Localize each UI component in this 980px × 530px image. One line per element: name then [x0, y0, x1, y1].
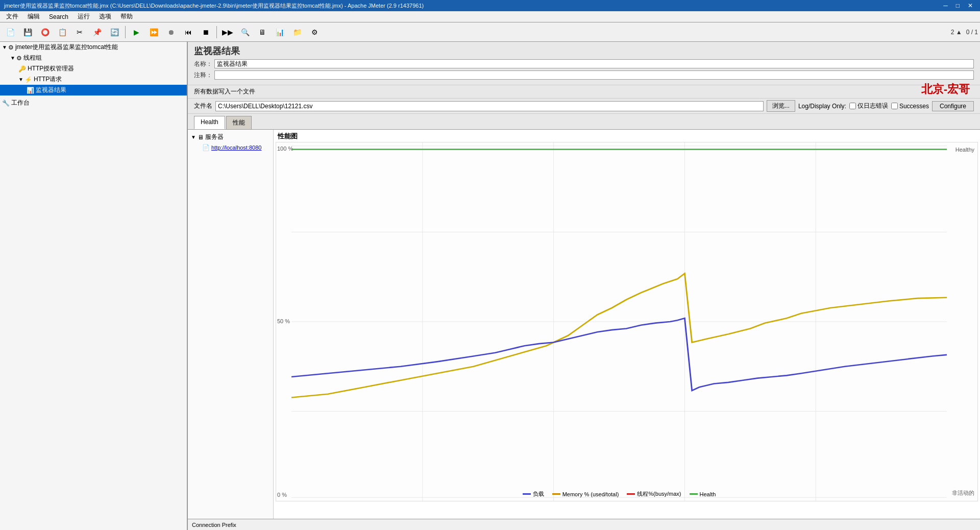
new-button[interactable]: 📄 [2, 25, 18, 40]
reset-button[interactable]: ⏮ [180, 25, 197, 40]
chart-title: 性能图 [276, 132, 978, 141]
window-controls: ─ □ ✕ [940, 2, 976, 9]
log-display-label: Log/Display Only: [798, 103, 846, 110]
menu-edit[interactable]: 编辑 [23, 11, 44, 22]
errors-checkbox-label[interactable]: 仅日志错误 [849, 102, 888, 110]
tab-performance[interactable]: 性能 [226, 116, 252, 129]
successes-checkbox-label[interactable]: Successes [891, 103, 929, 110]
remote-start-button[interactable]: ▶▶ [219, 25, 236, 40]
browse-button[interactable]: 浏览... [767, 100, 795, 112]
record-button[interactable]: ⭕ [37, 25, 53, 40]
tree-thread-group[interactable]: ▼ ⚙ 线程组 [0, 53, 187, 63]
settings-button[interactable]: ⚙ [306, 25, 323, 40]
legend-load-color [523, 493, 531, 495]
server-child-icon: 📄 [202, 144, 210, 151]
load-line [291, 318, 947, 391]
statusbar: Connection Prefix [188, 519, 980, 530]
panel-header: 监视器结果 名称： 注释： [188, 42, 980, 85]
legend-thread-label: 线程%(busy/max) [637, 490, 681, 498]
server-child-label: http://localhost:8080 [211, 144, 261, 151]
tree-workbench-icon: 🔧 [2, 100, 10, 107]
menu-file[interactable]: 文件 [2, 11, 22, 22]
name-input[interactable] [214, 59, 974, 68]
tree-monitor-icon: 📊 [27, 87, 34, 94]
stop-button[interactable]: ⏺ [163, 25, 179, 40]
open-button[interactable]: 📁 [289, 25, 305, 40]
menu-run[interactable]: 运行 [74, 11, 94, 22]
y-label-100: 100 % [277, 146, 293, 152]
start-button[interactable]: ▶ [128, 25, 144, 40]
server-child-node[interactable]: 📄 http://localhost:8080 [190, 142, 271, 152]
comment-row: 注释： [194, 70, 974, 80]
cut-button[interactable]: ✂ [71, 25, 88, 40]
successes-label: Successes [899, 103, 929, 110]
save-button[interactable]: 💾 [19, 25, 36, 40]
content-area: ▼ 🖥 服务器 📄 http://localhost:8080 性能图 100 … [188, 129, 980, 519]
errors-label: 仅日志错误 [857, 102, 888, 110]
performance-chart [291, 142, 947, 501]
tree-monitor-result[interactable]: 📊 监视器结果 [0, 85, 187, 95]
legend-health: Health [690, 490, 716, 498]
configure-button[interactable]: Configure [932, 101, 974, 111]
tree-workbench-label: 工作台 [11, 99, 30, 107]
close-button[interactable]: ✕ [965, 2, 976, 9]
legend-health-color [690, 493, 698, 495]
main-layout: ▼ ⚙ jmeter使用监视器监果监控tomcat性能 ▼ ⚙ 线程组 🔑 HT… [0, 42, 980, 530]
file-path-input[interactable] [215, 101, 764, 111]
tab-health[interactable]: Health [194, 116, 225, 129]
paste-button[interactable]: 📌 [89, 25, 105, 40]
separator-1 [125, 26, 126, 38]
brand-text: 北京-宏哥 [921, 82, 970, 97]
name-label: 名称： [194, 60, 214, 68]
thread-count: 2 ▲ [951, 29, 962, 36]
copy-button[interactable]: 📋 [54, 25, 70, 40]
function-helper-button[interactable]: 🔍 [237, 25, 253, 40]
successes-checkbox[interactable] [891, 103, 898, 109]
file-row: 所有数据写入一个文件 [188, 85, 980, 99]
tree-http-auth[interactable]: 🔑 HTTP授权管理器 [0, 63, 187, 74]
toolbar-right: 2 ▲ 0 / 1 [951, 29, 978, 36]
chart-container: 100 % 50 % 0 % Healthy 非活动的 [276, 142, 978, 501]
legend-thread: 线程%(busy/max) [627, 490, 681, 498]
titlebar: jmeter使用监视器监果监控tomcat性能.jmx (C:\Users\DE… [0, 0, 980, 11]
server-label: 服务器 [205, 133, 224, 141]
legend-memory-label: Memory % (used/total) [562, 491, 619, 497]
tree-root-label: jmeter使用监视器监果监控tomcat性能 [15, 43, 118, 52]
y-label-0: 0 % [277, 492, 287, 498]
tree-root-arrow: ▼ [2, 44, 7, 50]
maximize-button[interactable]: □ [953, 2, 963, 9]
tree-monitor-label: 监视器结果 [36, 86, 66, 94]
panel-title: 监视器结果 [194, 45, 974, 57]
start-no-pause-button[interactable]: ⏩ [145, 25, 162, 40]
tree-http-request-label: HTTP请求 [34, 75, 62, 84]
server-node-root[interactable]: ▼ 🖥 服务器 [190, 132, 271, 142]
monitor-button[interactable]: 📊 [272, 25, 288, 40]
server-folder-icon: 🖥 [198, 134, 204, 141]
tree-http-request-icon: ⚡ [24, 76, 32, 83]
menu-options[interactable]: 选项 [95, 11, 115, 22]
menubar: 文件 编辑 Search 运行 选项 帮助 [0, 11, 980, 22]
comment-input[interactable] [214, 70, 974, 80]
minimize-button[interactable]: ─ [940, 2, 951, 9]
title-text: jmeter使用监视器监果监控tomcat性能.jmx (C:\Users\DE… [4, 2, 424, 10]
tree-root[interactable]: ▼ ⚙ jmeter使用监视器监果监控tomcat性能 [0, 42, 187, 53]
tree-http-request[interactable]: ▼ ⚡ HTTP请求 [0, 74, 187, 85]
file-label: 文件名 [194, 102, 212, 110]
memory-line [291, 274, 947, 398]
left-panel: ▼ ⚙ jmeter使用监视器监果监控tomcat性能 ▼ ⚙ 线程组 🔑 HT… [0, 42, 188, 530]
errors-checkbox[interactable] [849, 103, 856, 109]
server-tree: ▼ 🖥 服务器 📄 http://localhost:8080 [188, 130, 274, 519]
legend-load: 负载 [523, 490, 544, 498]
shutdown-button[interactable]: ⏹ [198, 25, 214, 40]
toolbar: 📄 💾 ⭕ 📋 ✂ 📌 🔄 ▶ ⏩ ⏺ ⏮ ⏹ ▶▶ 🔍 🖥 📊 📁 ⚙ 2 ▲… [0, 22, 980, 42]
separator-2 [216, 26, 217, 38]
tree-root-icon: ⚙ [8, 44, 14, 51]
refresh-button[interactable]: 🔄 [106, 25, 122, 40]
file-input-row: 文件名 浏览... Log/Display Only: 仅日志错误 Succes… [188, 99, 980, 114]
server-button[interactable]: 🖥 [254, 25, 271, 40]
menu-search[interactable]: Search [45, 12, 72, 21]
tree-workbench[interactable]: 🔧 工作台 [0, 98, 187, 108]
chart-area: 性能图 100 % 50 % 0 % Healthy 非活动的 [274, 130, 980, 519]
warning-label: 非活动的 [952, 489, 974, 497]
menu-help[interactable]: 帮助 [116, 11, 137, 22]
